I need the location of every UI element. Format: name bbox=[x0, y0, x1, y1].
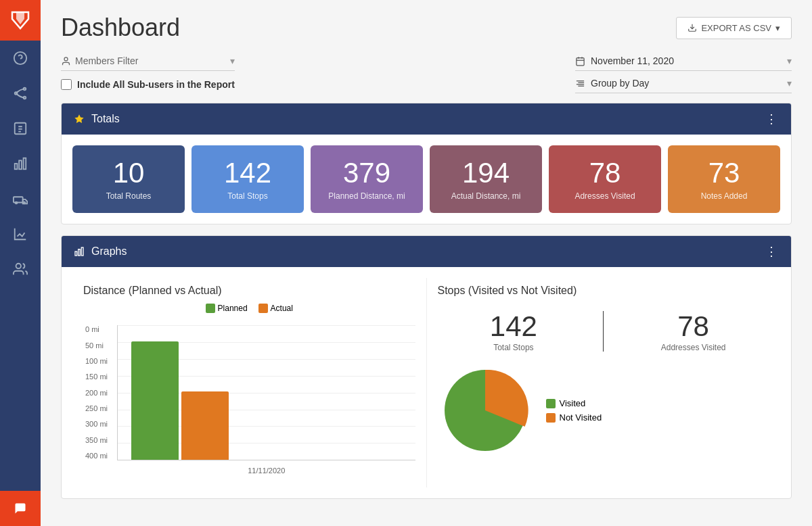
distance-chart-title: Distance (Planned vs Actual) bbox=[83, 285, 415, 297]
main-content: Dashboard EXPORT AS CSV ▾ Members Filter… bbox=[41, 0, 812, 526]
include-subusers-checkbox[interactable]: Include All Sub-users in the Report bbox=[61, 79, 235, 90]
total-card-value-0: 10 bbox=[81, 158, 177, 189]
sidebar-icon-fleet[interactable] bbox=[0, 181, 41, 216]
total-card-1: 142Total Stops bbox=[191, 145, 304, 213]
sidebar-chat-button[interactable] bbox=[0, 491, 41, 526]
pie-legend-not-visited: Not Visited bbox=[546, 412, 602, 423]
total-card-value-3: 194 bbox=[438, 158, 534, 189]
sidebar-icon-routes[interactable] bbox=[0, 76, 41, 111]
svg-rect-10 bbox=[24, 158, 26, 170]
total-card-value-2: 379 bbox=[319, 158, 415, 189]
bar-planned bbox=[131, 341, 179, 460]
total-card-label-3: Actual Distance, mi bbox=[438, 191, 534, 201]
svg-point-14 bbox=[16, 264, 21, 268]
sidebar-icon-reports[interactable] bbox=[0, 216, 41, 252]
total-card-4: 78Adresses Visited bbox=[549, 145, 661, 213]
svg-rect-8 bbox=[15, 164, 18, 169]
svg-rect-17 bbox=[577, 57, 584, 65]
svg-rect-11 bbox=[14, 197, 23, 202]
filters-row: Members Filter ▾ Include All Sub-users i… bbox=[61, 55, 792, 93]
date-filter-arrow: ▾ bbox=[787, 55, 792, 66]
total-card-label-4: Adresses Visited bbox=[557, 191, 653, 201]
stops-chart-title: Stops (Visited vs Not Visited) bbox=[438, 285, 770, 297]
total-stops-value: 142 bbox=[438, 310, 590, 343]
stops-graph: 142 Total Stops 78 Addresses Visited bbox=[438, 304, 770, 464]
graphs-panel-header: Graphs ⋮ bbox=[62, 236, 791, 267]
legend-actual-dot bbox=[258, 304, 268, 313]
svg-point-13 bbox=[24, 202, 26, 204]
stops-chart-box: Stops (Visited vs Not Visited) 142 Total… bbox=[427, 278, 781, 487]
stops-stats: 142 Total Stops 78 Addresses Visited bbox=[438, 310, 770, 352]
addresses-visited-value: 78 bbox=[617, 310, 769, 343]
bar-actual bbox=[181, 391, 229, 460]
stops-divider bbox=[603, 311, 604, 352]
svg-rect-27 bbox=[78, 249, 81, 256]
sidebar bbox=[0, 0, 41, 526]
pie-chart bbox=[438, 363, 533, 458]
graphs-panel-menu[interactable]: ⋮ bbox=[765, 244, 779, 259]
export-csv-button[interactable]: EXPORT AS CSV ▾ bbox=[676, 17, 792, 39]
total-stops-label: Total Stops bbox=[438, 343, 590, 352]
svg-rect-28 bbox=[81, 247, 83, 256]
date-filter[interactable]: November 11, 2020 ▾ bbox=[575, 55, 792, 71]
addresses-visited-label: Addresses Visited bbox=[617, 343, 769, 352]
total-card-3: 194Actual Distance, mi bbox=[430, 145, 542, 213]
total-card-label-0: Total Routes bbox=[81, 191, 177, 201]
sidebar-icon-analytics[interactable] bbox=[0, 146, 41, 181]
total-card-label-1: Total Stops bbox=[200, 191, 296, 201]
sidebar-icon-orders[interactable] bbox=[0, 111, 41, 146]
totals-grid: 10Total Routes142Total Stops379Planned D… bbox=[62, 135, 791, 224]
bar-chart-area: 400 mi 350 mi 300 mi 250 mi 200 mi 150 m… bbox=[117, 325, 415, 460]
svg-marker-1 bbox=[16, 12, 24, 24]
totals-panel: Totals ⋮ 10Total Routes142Total Stops379… bbox=[61, 103, 792, 224]
total-card-value-1: 142 bbox=[200, 158, 296, 189]
bars-group bbox=[131, 325, 229, 460]
filter-left: Members Filter ▾ Include All Sub-users i… bbox=[61, 55, 235, 90]
legend-planned: Planned bbox=[206, 304, 248, 313]
sidebar-icon-team[interactable] bbox=[0, 252, 41, 287]
chart-legend: Planned Actual bbox=[83, 304, 415, 313]
total-card-label-2: Planned Distance, mi bbox=[319, 191, 415, 201]
svg-rect-9 bbox=[19, 160, 22, 169]
total-card-2: 379Planned Distance, mi bbox=[311, 145, 423, 213]
svg-point-16 bbox=[64, 57, 68, 60]
page-header: Dashboard EXPORT AS CSV ▾ bbox=[61, 14, 792, 42]
pie-section: Visited Not Visited bbox=[438, 363, 770, 458]
app-logo bbox=[0, 0, 41, 41]
x-axis-label: 11/11/2020 bbox=[248, 467, 285, 475]
subusers-checkbox-input[interactable] bbox=[61, 79, 72, 90]
filter-right: November 11, 2020 ▾ Group by Day ▾ bbox=[575, 55, 792, 93]
legend-planned-dot bbox=[206, 304, 215, 313]
svg-rect-26 bbox=[75, 252, 77, 256]
pie-dot-visited bbox=[546, 399, 556, 408]
members-filter-arrow: ▾ bbox=[230, 55, 235, 66]
sidebar-icon-help[interactable] bbox=[0, 41, 41, 76]
legend-actual: Actual bbox=[258, 304, 293, 313]
total-card-0: 10Total Routes bbox=[72, 145, 185, 213]
page-title: Dashboard bbox=[61, 14, 180, 42]
graphs-grid: Distance (Planned vs Actual) Planned Act… bbox=[62, 267, 791, 498]
total-stops-stat: 142 Total Stops bbox=[438, 310, 590, 352]
group-by-filter[interactable]: Group by Day ▾ bbox=[575, 78, 792, 93]
graphs-panel: Graphs ⋮ Distance (Planned vs Actual) Pl… bbox=[61, 235, 792, 499]
totals-panel-header: Totals ⋮ bbox=[62, 103, 791, 135]
pie-legend: Visited Not Visited bbox=[546, 398, 602, 423]
y-axis-labels: 400 mi 350 mi 300 mi 250 mi 200 mi 150 m… bbox=[85, 325, 108, 460]
total-card-label-5: Notes Added bbox=[676, 191, 772, 201]
pie-legend-visited: Visited bbox=[546, 398, 602, 408]
distance-chart-box: Distance (Planned vs Actual) Planned Act… bbox=[72, 278, 427, 487]
totals-panel-menu[interactable]: ⋮ bbox=[765, 112, 779, 126]
svg-marker-25 bbox=[74, 114, 83, 123]
pie-dot-not-visited bbox=[546, 413, 556, 423]
total-card-5: 73Notes Added bbox=[668, 145, 780, 213]
total-card-value-5: 73 bbox=[676, 158, 772, 189]
addresses-visited-stat: 78 Addresses Visited bbox=[617, 310, 769, 352]
group-filter-arrow: ▾ bbox=[787, 78, 792, 89]
total-card-value-4: 78 bbox=[557, 158, 653, 189]
bar-chart-wrap: 400 mi 350 mi 300 mi 250 mi 200 mi 150 m… bbox=[83, 318, 415, 481]
members-filter[interactable]: Members Filter ▾ bbox=[61, 55, 235, 71]
